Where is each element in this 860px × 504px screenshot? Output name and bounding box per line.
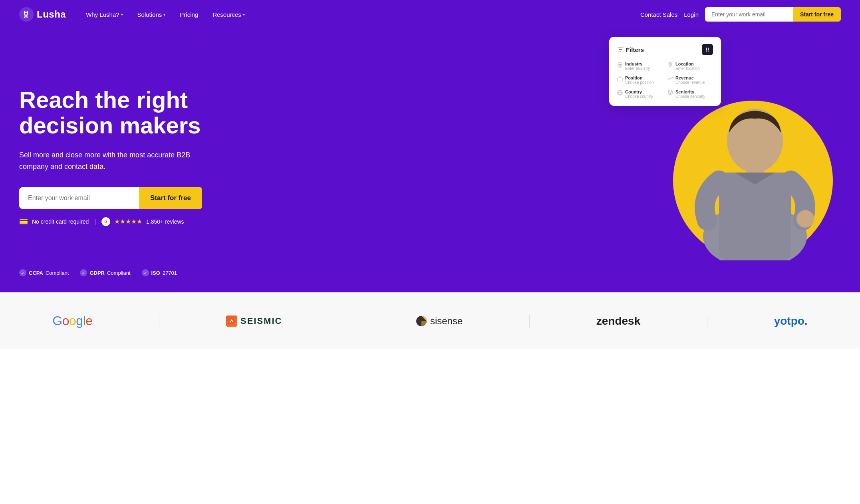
compliance-ccpa: ✓ CCPA Compliant <box>19 269 69 276</box>
chevron-down-icon: ▾ <box>243 12 245 17</box>
logos-strip: Google SEISMIC sisense zendesk yotpo. <box>0 292 860 349</box>
svg-point-0 <box>19 7 34 22</box>
logo[interactable]: Lusha <box>19 7 66 22</box>
trending-up-icon <box>667 76 673 81</box>
sisense-text: sisense <box>430 315 463 327</box>
ccpa-label: CCPA <box>29 270 43 276</box>
logo-seismic: SEISMIC <box>226 315 282 327</box>
logo-google: Google <box>52 314 92 328</box>
svg-point-17 <box>228 318 235 324</box>
sisense-logo-icon <box>416 315 427 327</box>
filter-revenue-value: Choose revenue <box>675 80 705 85</box>
logo-divider <box>529 315 530 327</box>
building-icon <box>617 62 623 67</box>
filter-industry-label: Industry <box>625 62 650 66</box>
check-icon: ✓ <box>19 269 26 276</box>
iso-suffix: 27701 <box>163 270 177 276</box>
globe-icon <box>617 90 623 95</box>
no-credit-card-text: No credit card required <box>32 218 89 225</box>
logo-text: Lusha <box>37 9 66 20</box>
hero-cta-form: Start for free <box>19 187 251 209</box>
navbar-cta-form: Start for free <box>705 7 841 22</box>
svg-point-14 <box>796 210 814 228</box>
person-illustration <box>687 93 823 260</box>
iso-label: ISO <box>151 270 160 276</box>
credit-card-icon: 💳 <box>19 217 28 226</box>
compliance-gdpr: ✓ GDPR Compliant <box>80 269 130 276</box>
hero-content: Reach the right decision makers Sell mor… <box>19 87 251 226</box>
layers-icon <box>667 90 673 95</box>
chevron-down-icon: ▾ <box>163 12 165 17</box>
filters-grid: Industry Enter Industry Location <box>617 62 713 99</box>
filter-industry-value: Enter Industry <box>625 66 650 71</box>
ccpa-suffix: Compliant <box>46 270 69 276</box>
lusha-logo-icon <box>19 7 34 22</box>
svg-point-7 <box>670 63 671 65</box>
logo-divider <box>707 315 707 327</box>
filters-title: Filters <box>617 46 644 53</box>
nav-solutions[interactable]: Solutions ▾ <box>132 8 171 21</box>
filter-seniority-value: Choose seniority <box>675 94 705 99</box>
filter-icon <box>617 46 624 53</box>
hero-section: Reach the right decision makers Sell mor… <box>0 29 860 292</box>
seismic-icon <box>226 315 237 327</box>
seismic-logo-icon <box>228 317 236 325</box>
logo-divider <box>159 315 159 327</box>
hero-trust-row: 💳 No credit card required | G ★★★★★ 1,85… <box>19 217 251 226</box>
hero-subtitle: Sell more and close more with the most a… <box>19 149 211 173</box>
navbar-start-button[interactable]: Start for free <box>793 7 841 22</box>
gdpr-label: GDPR <box>89 270 105 276</box>
filter-seniority-label: Seniority <box>675 89 705 94</box>
lusha-small-icon <box>704 46 711 53</box>
filters-card: Filters <box>609 37 721 106</box>
logo-sisense: sisense <box>416 315 463 327</box>
navbar-right: Contact Sales Login Start for free <box>640 7 841 22</box>
person-image <box>681 93 829 260</box>
logo-zendesk: zendesk <box>596 315 641 327</box>
star-rating: ★★★★★ <box>114 218 142 225</box>
compliance-row: ✓ CCPA Compliant ✓ GDPR Compliant ✓ ISO … <box>19 269 177 276</box>
logo-divider <box>349 315 349 327</box>
hero-start-button[interactable]: Start for free <box>139 187 202 209</box>
navbar-email-input[interactable] <box>705 7 793 22</box>
filter-position-value: Choose position <box>625 80 654 85</box>
check-icon: ✓ <box>80 269 87 276</box>
navbar: Lusha Why Lusha? ▾ Solutions ▾ Pricing R… <box>0 0 860 29</box>
filter-country: Country Choose country <box>617 89 663 99</box>
nav-resources[interactable]: Resources ▾ <box>207 8 250 21</box>
nav-menu: Why Lusha? ▾ Solutions ▾ Pricing Resourc… <box>80 8 640 21</box>
filter-revenue: Revenue Choose revenue <box>667 75 713 85</box>
svg-rect-8 <box>618 78 622 81</box>
nav-why-lusha[interactable]: Why Lusha? ▾ <box>80 8 128 21</box>
filter-position: Position Choose position <box>617 75 663 85</box>
chevron-down-icon: ▾ <box>121 12 123 17</box>
filter-industry: Industry Enter Industry <box>617 62 663 71</box>
hero-email-input[interactable] <box>19 187 139 209</box>
compliance-iso: ✓ ISO 27701 <box>142 269 177 276</box>
filter-location-label: Location <box>675 62 700 66</box>
check-icon: ✓ <box>142 269 149 276</box>
filters-lusha-icon <box>702 44 713 55</box>
g2-logo-icon: G <box>101 217 110 226</box>
svg-rect-13 <box>719 173 791 260</box>
logo-yotpo: yotpo. <box>774 315 808 327</box>
reviews-count: 1,850+ reviews <box>146 218 184 225</box>
filters-header: Filters <box>617 44 713 55</box>
hero-title: Reach the right decision makers <box>19 87 251 138</box>
filter-seniority: Seniority Choose seniority <box>667 89 713 99</box>
gdpr-suffix: Compliant <box>107 270 131 276</box>
seismic-text: SEISMIC <box>240 316 282 326</box>
filter-location-value: Enter location <box>675 66 700 71</box>
nav-pricing[interactable]: Pricing <box>174 8 204 21</box>
login-button[interactable]: Login <box>684 11 699 18</box>
svg-point-1 <box>25 12 27 13</box>
filter-country-value: Choose country <box>625 94 653 99</box>
location-icon <box>667 62 673 67</box>
filter-position-label: Position <box>625 75 654 80</box>
filter-country-label: Country <box>625 89 653 94</box>
filter-revenue-label: Revenue <box>675 75 705 80</box>
contact-sales-link[interactable]: Contact Sales <box>640 11 677 18</box>
trust-separator: | <box>94 218 96 225</box>
svg-rect-6 <box>619 63 621 64</box>
briefcase-icon <box>617 76 623 81</box>
